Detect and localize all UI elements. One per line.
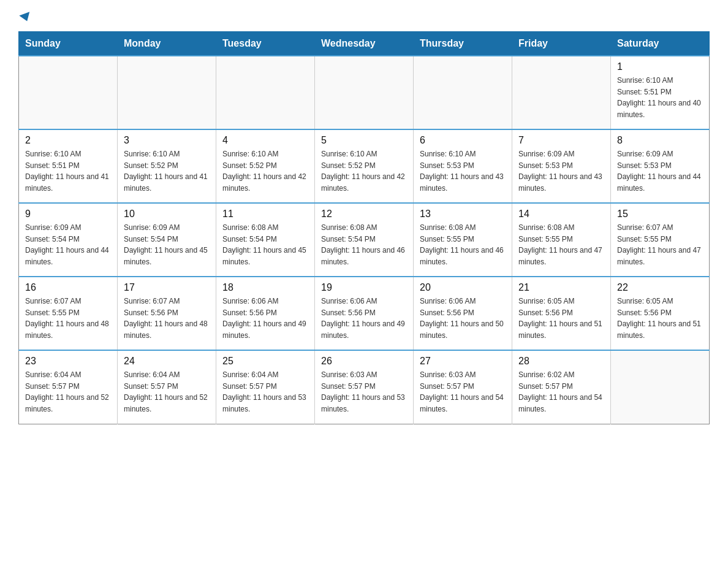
calendar-week-row: 23Sunrise: 6:04 AM Sunset: 5:57 PM Dayli… [19, 350, 710, 424]
day-number: 9 [25, 209, 111, 220]
day-number: 17 [124, 282, 210, 293]
calendar-week-row: 9Sunrise: 6:09 AM Sunset: 5:54 PM Daylig… [19, 203, 710, 277]
calendar-cell: 15Sunrise: 6:07 AM Sunset: 5:55 PM Dayli… [611, 203, 710, 277]
calendar-cell: 14Sunrise: 6:08 AM Sunset: 5:55 PM Dayli… [512, 203, 611, 277]
day-info: Sunrise: 6:02 AM Sunset: 5:57 PM Dayligh… [518, 369, 604, 415]
calendar-week-row: 16Sunrise: 6:07 AM Sunset: 5:55 PM Dayli… [19, 277, 710, 350]
calendar-cell: 20Sunrise: 6:06 AM Sunset: 5:56 PM Dayli… [414, 277, 512, 350]
calendar-cell [216, 56, 315, 129]
day-number: 18 [222, 282, 308, 293]
weekday-header-friday: Friday [512, 32, 611, 56]
logo-arrow-icon [19, 12, 32, 23]
day-number: 11 [222, 209, 308, 220]
calendar-cell: 26Sunrise: 6:03 AM Sunset: 5:57 PM Dayli… [315, 350, 414, 424]
weekday-header-sunday: Sunday [19, 32, 118, 56]
day-number: 7 [518, 135, 604, 146]
day-number: 8 [617, 135, 703, 146]
day-number: 2 [25, 135, 111, 146]
day-number: 6 [420, 135, 506, 146]
calendar-cell: 4Sunrise: 6:10 AM Sunset: 5:52 PM Daylig… [216, 129, 315, 203]
day-number: 10 [124, 209, 210, 220]
calendar-cell: 21Sunrise: 6:05 AM Sunset: 5:56 PM Dayli… [512, 277, 611, 350]
day-number: 22 [617, 282, 703, 293]
day-info: Sunrise: 6:08 AM Sunset: 5:55 PM Dayligh… [518, 222, 604, 267]
day-number: 12 [321, 209, 407, 220]
day-info: Sunrise: 6:10 AM Sunset: 5:51 PM Dayligh… [25, 148, 111, 194]
calendar-table: SundayMondayTuesdayWednesdayThursdayFrid… [18, 31, 710, 424]
day-number: 20 [420, 282, 506, 293]
calendar-cell: 1Sunrise: 6:10 AM Sunset: 5:51 PM Daylig… [611, 56, 710, 129]
calendar-week-row: 1Sunrise: 6:10 AM Sunset: 5:51 PM Daylig… [19, 56, 710, 129]
calendar-cell: 19Sunrise: 6:06 AM Sunset: 5:56 PM Dayli… [315, 277, 414, 350]
day-info: Sunrise: 6:10 AM Sunset: 5:52 PM Dayligh… [124, 148, 210, 194]
calendar-week-row: 2Sunrise: 6:10 AM Sunset: 5:51 PM Daylig… [19, 129, 710, 203]
calendar-cell: 22Sunrise: 6:05 AM Sunset: 5:56 PM Dayli… [611, 277, 710, 350]
day-number: 14 [518, 209, 604, 220]
day-info: Sunrise: 6:04 AM Sunset: 5:57 PM Dayligh… [25, 369, 111, 415]
calendar-cell: 5Sunrise: 6:10 AM Sunset: 5:52 PM Daylig… [315, 129, 414, 203]
calendar-cell: 28Sunrise: 6:02 AM Sunset: 5:57 PM Dayli… [512, 350, 611, 424]
day-info: Sunrise: 6:08 AM Sunset: 5:55 PM Dayligh… [420, 222, 506, 267]
calendar-cell: 2Sunrise: 6:10 AM Sunset: 5:51 PM Daylig… [19, 129, 118, 203]
weekday-header-thursday: Thursday [414, 32, 512, 56]
calendar-cell: 13Sunrise: 6:08 AM Sunset: 5:55 PM Dayli… [414, 203, 512, 277]
day-info: Sunrise: 6:09 AM Sunset: 5:53 PM Dayligh… [617, 148, 703, 194]
weekday-header-row: SundayMondayTuesdayWednesdayThursdayFrid… [19, 32, 710, 56]
day-info: Sunrise: 6:07 AM Sunset: 5:55 PM Dayligh… [617, 222, 703, 267]
calendar-cell: 16Sunrise: 6:07 AM Sunset: 5:55 PM Dayli… [19, 277, 118, 350]
day-info: Sunrise: 6:10 AM Sunset: 5:52 PM Dayligh… [321, 148, 407, 194]
calendar-cell [118, 56, 216, 129]
calendar-cell: 7Sunrise: 6:09 AM Sunset: 5:53 PM Daylig… [512, 129, 611, 203]
day-info: Sunrise: 6:04 AM Sunset: 5:57 PM Dayligh… [222, 369, 308, 415]
weekday-header-saturday: Saturday [611, 32, 710, 56]
day-info: Sunrise: 6:10 AM Sunset: 5:52 PM Dayligh… [222, 148, 308, 194]
calendar-cell: 18Sunrise: 6:06 AM Sunset: 5:56 PM Dayli… [216, 277, 315, 350]
weekday-header-wednesday: Wednesday [315, 32, 414, 56]
day-info: Sunrise: 6:05 AM Sunset: 5:56 PM Dayligh… [518, 296, 604, 341]
day-number: 3 [124, 135, 210, 146]
day-number: 23 [25, 356, 111, 367]
day-number: 19 [321, 282, 407, 293]
day-info: Sunrise: 6:04 AM Sunset: 5:57 PM Dayligh… [124, 369, 210, 415]
day-number: 27 [420, 356, 506, 367]
day-number: 5 [321, 135, 407, 146]
day-info: Sunrise: 6:03 AM Sunset: 5:57 PM Dayligh… [321, 369, 407, 415]
day-number: 28 [518, 356, 604, 367]
calendar-cell: 23Sunrise: 6:04 AM Sunset: 5:57 PM Dayli… [19, 350, 118, 424]
day-number: 4 [222, 135, 308, 146]
day-number: 26 [321, 356, 407, 367]
calendar-cell [512, 56, 611, 129]
calendar-cell [19, 56, 118, 129]
day-number: 15 [617, 209, 703, 220]
day-info: Sunrise: 6:06 AM Sunset: 5:56 PM Dayligh… [222, 296, 308, 341]
day-info: Sunrise: 6:06 AM Sunset: 5:56 PM Dayligh… [420, 296, 506, 341]
calendar-cell: 12Sunrise: 6:08 AM Sunset: 5:54 PM Dayli… [315, 203, 414, 277]
page-header [18, 12, 710, 20]
day-info: Sunrise: 6:09 AM Sunset: 5:54 PM Dayligh… [124, 222, 210, 267]
day-info: Sunrise: 6:07 AM Sunset: 5:56 PM Dayligh… [124, 296, 210, 341]
day-number: 21 [518, 282, 604, 293]
calendar-cell [414, 56, 512, 129]
calendar-cell: 10Sunrise: 6:09 AM Sunset: 5:54 PM Dayli… [118, 203, 216, 277]
day-info: Sunrise: 6:10 AM Sunset: 5:51 PM Dayligh… [617, 75, 703, 120]
day-number: 13 [420, 209, 506, 220]
logo [18, 12, 31, 20]
calendar-cell: 24Sunrise: 6:04 AM Sunset: 5:57 PM Dayli… [118, 350, 216, 424]
calendar-cell: 3Sunrise: 6:10 AM Sunset: 5:52 PM Daylig… [118, 129, 216, 203]
day-info: Sunrise: 6:05 AM Sunset: 5:56 PM Dayligh… [617, 296, 703, 341]
calendar-cell: 8Sunrise: 6:09 AM Sunset: 5:53 PM Daylig… [611, 129, 710, 203]
day-info: Sunrise: 6:08 AM Sunset: 5:54 PM Dayligh… [321, 222, 407, 267]
calendar-cell: 9Sunrise: 6:09 AM Sunset: 5:54 PM Daylig… [19, 203, 118, 277]
calendar-cell: 25Sunrise: 6:04 AM Sunset: 5:57 PM Dayli… [216, 350, 315, 424]
calendar-cell: 11Sunrise: 6:08 AM Sunset: 5:54 PM Dayli… [216, 203, 315, 277]
calendar-cell: 6Sunrise: 6:10 AM Sunset: 5:53 PM Daylig… [414, 129, 512, 203]
calendar-cell [611, 350, 710, 424]
weekday-header-tuesday: Tuesday [216, 32, 315, 56]
day-info: Sunrise: 6:09 AM Sunset: 5:54 PM Dayligh… [25, 222, 111, 267]
day-info: Sunrise: 6:06 AM Sunset: 5:56 PM Dayligh… [321, 296, 407, 341]
day-info: Sunrise: 6:08 AM Sunset: 5:54 PM Dayligh… [222, 222, 308, 267]
day-info: Sunrise: 6:03 AM Sunset: 5:57 PM Dayligh… [420, 369, 506, 415]
day-info: Sunrise: 6:09 AM Sunset: 5:53 PM Dayligh… [518, 148, 604, 194]
day-number: 16 [25, 282, 111, 293]
day-number: 1 [617, 61, 703, 72]
